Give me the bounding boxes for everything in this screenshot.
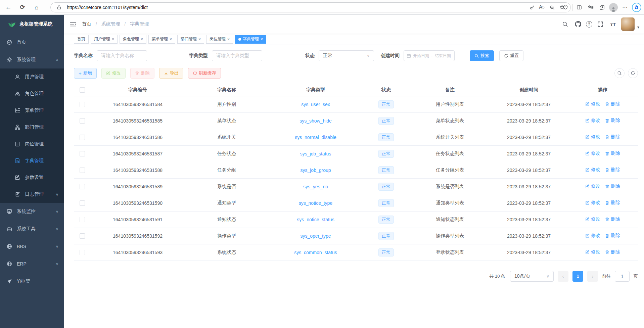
row-checkbox[interactable] bbox=[80, 233, 85, 239]
tab-role-management[interactable]: 角色管理 × bbox=[120, 35, 146, 44]
row-edit-link[interactable]: 修改 bbox=[585, 150, 600, 156]
read-aloud-icon[interactable]: A bbox=[537, 3, 547, 12]
status-select[interactable]: 正常 ∨ bbox=[319, 50, 374, 61]
row-edit-link[interactable]: 修改 bbox=[585, 216, 600, 222]
tab-dict-management[interactable]: 字典管理 × bbox=[235, 35, 266, 44]
password-key-icon[interactable] bbox=[527, 3, 537, 12]
address-bar[interactable]: https://ccnetcore.com:1101/system/dict A bbox=[50, 2, 571, 12]
sidebar-item-user-management[interactable]: 用户管理 bbox=[0, 68, 64, 85]
row-edit-link[interactable]: 修改 bbox=[585, 167, 600, 173]
edit-button[interactable]: 修改 bbox=[101, 68, 126, 79]
row-checkbox[interactable] bbox=[80, 135, 85, 140]
avatar-dropdown-icon[interactable]: ▾ bbox=[637, 25, 639, 31]
sidebar-item-log-management[interactable]: 日志管理 ∨ bbox=[0, 186, 64, 203]
tab-post-management[interactable]: 岗位管理 × bbox=[206, 35, 233, 44]
row-checkbox[interactable] bbox=[80, 118, 85, 124]
goto-page-input[interactable]: 1 bbox=[615, 271, 630, 282]
refresh-cache-button[interactable]: 刷新缓存 bbox=[188, 68, 221, 79]
user-avatar[interactable] bbox=[621, 17, 635, 31]
collections-icon[interactable] bbox=[596, 2, 608, 13]
github-icon[interactable] bbox=[573, 19, 583, 29]
toggle-search-button[interactable] bbox=[614, 68, 625, 78]
dict-type-link[interactable]: sys_user_sex bbox=[301, 102, 330, 107]
sidebar-item-menu-management[interactable]: 菜单管理 bbox=[0, 102, 64, 119]
dict-type-link[interactable]: sys_show_hide bbox=[300, 118, 332, 124]
row-edit-link[interactable]: 修改 bbox=[585, 249, 600, 255]
help-icon[interactable]: ? bbox=[586, 21, 592, 28]
refresh-table-button[interactable] bbox=[628, 68, 638, 78]
row-delete-link[interactable]: 删除 bbox=[605, 118, 620, 124]
sidebar-item-bbs[interactable]: BBS ∨ bbox=[0, 238, 64, 255]
sidebar-item-erp[interactable]: ERP ∨ bbox=[0, 255, 64, 273]
delete-button[interactable]: 删除 bbox=[130, 68, 154, 79]
dict-type-link[interactable]: sys_job_group bbox=[300, 168, 331, 173]
browser-profile-icon[interactable] bbox=[608, 2, 619, 13]
sidebar-item-home[interactable]: 首页 bbox=[0, 34, 64, 51]
search-button[interactable]: 搜索 bbox=[470, 50, 494, 61]
row-checkbox[interactable] bbox=[80, 250, 85, 255]
dict-type-link[interactable]: sys_notice_status bbox=[297, 217, 334, 222]
fullscreen-icon[interactable] bbox=[596, 19, 605, 29]
copilot-icon[interactable]: b bbox=[632, 3, 641, 12]
dict-type-link[interactable]: sys_common_status bbox=[294, 250, 337, 255]
sidebar-item-yi-framework[interactable]: Yi框架 bbox=[0, 273, 64, 290]
row-delete-link[interactable]: 删除 bbox=[605, 183, 620, 189]
breadcrumb-home[interactable]: 首页 bbox=[82, 21, 91, 27]
row-edit-link[interactable]: 修改 bbox=[585, 134, 600, 140]
favorites-icon[interactable] bbox=[585, 2, 596, 13]
dict-type-link[interactable]: sys_job_status bbox=[300, 151, 331, 156]
row-delete-link[interactable]: 删除 bbox=[605, 233, 620, 239]
page-size-select[interactable]: 10条/页 ∨ bbox=[510, 271, 554, 282]
dict-type-input[interactable]: 请输入字典类型 bbox=[212, 50, 262, 61]
close-tab-icon[interactable]: × bbox=[112, 37, 114, 42]
row-checkbox[interactable] bbox=[80, 168, 85, 173]
row-edit-link[interactable]: 修改 bbox=[585, 200, 600, 206]
split-screen-icon[interactable] bbox=[573, 2, 585, 13]
tab-user-management[interactable]: 用户管理 × bbox=[91, 35, 118, 44]
sidebar-toggle-icon[interactable] bbox=[70, 21, 77, 28]
current-page-button[interactable]: 1 bbox=[572, 271, 583, 282]
sidebar-item-dict-management[interactable]: 字典管理 bbox=[0, 152, 64, 169]
browser-refresh-button[interactable]: ⟳ bbox=[17, 2, 28, 13]
row-checkbox[interactable] bbox=[80, 151, 85, 156]
tab-department-management[interactable]: 部门管理 × bbox=[177, 35, 204, 44]
dict-type-link[interactable]: sys_normal_disable bbox=[295, 135, 336, 140]
row-delete-link[interactable]: 删除 bbox=[605, 249, 620, 255]
sidebar-item-post-management[interactable]: 岗位管理 bbox=[0, 136, 64, 152]
dict-type-link[interactable]: sys_yes_no bbox=[303, 184, 328, 189]
sidebar-item-system-tools[interactable]: 系统工具 ∨ bbox=[0, 220, 64, 238]
close-tab-icon[interactable]: × bbox=[198, 37, 201, 42]
row-edit-link[interactable]: 修改 bbox=[585, 183, 600, 189]
row-checkbox[interactable] bbox=[80, 102, 85, 107]
reset-button[interactable]: 重置 bbox=[499, 50, 523, 61]
close-tab-icon[interactable]: × bbox=[227, 37, 230, 42]
browser-home-button[interactable]: ⌂ bbox=[31, 2, 42, 13]
row-checkbox[interactable] bbox=[80, 217, 85, 222]
row-delete-link[interactable]: 删除 bbox=[605, 134, 620, 140]
select-all-checkbox[interactable] bbox=[80, 87, 85, 93]
export-button[interactable]: 导出 bbox=[159, 68, 183, 79]
sidebar-item-system-monitor[interactable]: 系统监控 ∨ bbox=[0, 203, 64, 220]
close-tab-icon[interactable]: × bbox=[170, 37, 172, 42]
prev-page-button[interactable]: ‹ bbox=[558, 271, 568, 282]
add-button[interactable]: + 新增 bbox=[74, 68, 97, 79]
dict-type-link[interactable]: sys_oper_type bbox=[300, 233, 331, 239]
row-edit-link[interactable]: 修改 bbox=[585, 118, 600, 124]
row-delete-link[interactable]: 删除 bbox=[605, 150, 620, 156]
zoom-out-icon[interactable] bbox=[547, 3, 557, 12]
row-delete-link[interactable]: 删除 bbox=[605, 200, 620, 206]
app-logo[interactable]: 意框架管理系统 bbox=[0, 15, 64, 34]
sidebar-item-role-management[interactable]: 角色管理 bbox=[0, 85, 64, 102]
sidebar-item-department-management[interactable]: 部门管理 bbox=[0, 119, 64, 136]
dict-name-input[interactable]: 请输入字典名称 bbox=[97, 50, 147, 61]
row-delete-link[interactable]: 删除 bbox=[605, 101, 620, 107]
close-tab-icon[interactable]: × bbox=[261, 37, 263, 42]
sidebar-item-parameter-settings[interactable]: 参数设置 bbox=[0, 169, 64, 186]
close-tab-icon[interactable]: × bbox=[141, 37, 143, 42]
tab-menu-management[interactable]: 菜单管理 × bbox=[148, 35, 175, 44]
browser-settings-more-icon[interactable]: ⋯ bbox=[619, 2, 631, 13]
header-search-icon[interactable] bbox=[560, 19, 570, 29]
row-checkbox[interactable] bbox=[80, 200, 85, 206]
row-edit-link[interactable]: 修改 bbox=[585, 101, 600, 107]
tab-home[interactable]: 首页 bbox=[74, 35, 89, 44]
